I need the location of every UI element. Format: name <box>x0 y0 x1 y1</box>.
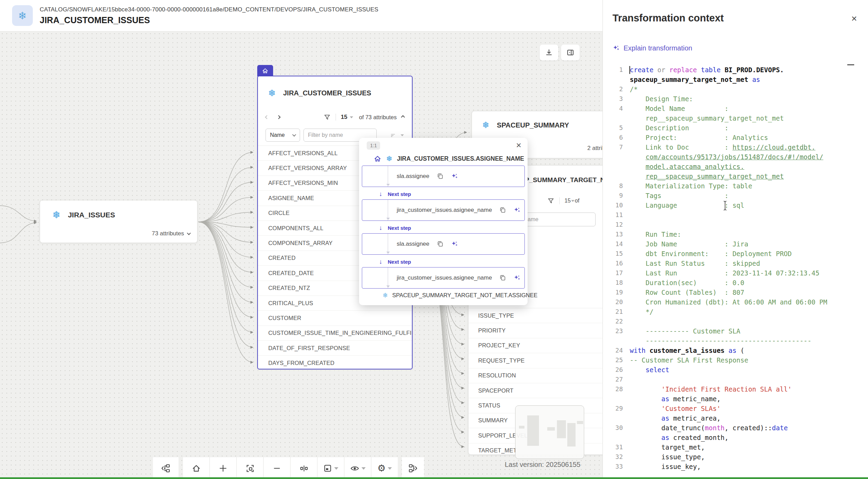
page-size-caret-icon[interactable] <box>571 200 575 202</box>
attribute-row[interactable]: PRIORITY <box>469 323 602 338</box>
attribute-row[interactable]: RESOLUTION <box>469 368 602 383</box>
layout-icon <box>323 464 332 473</box>
code-line: spaceup_summary_target_not_met as <box>607 75 867 84</box>
settings-button[interactable]: ⚙ <box>372 457 398 479</box>
filter-funnel-icon[interactable] <box>324 114 331 121</box>
snowflake-source-icon: ❄ <box>12 5 33 26</box>
lineage-step[interactable]: sla.assignee <box>362 166 525 187</box>
breadcrumb[interactable]: CATALOG/SNOWFLAKE/15bbce34-0000-7000-000… <box>40 6 378 13</box>
expand-right-lineage-button[interactable] <box>402 457 424 479</box>
copy-icon[interactable] <box>436 172 444 180</box>
copy-icon[interactable] <box>499 274 507 282</box>
line-number <box>607 394 623 404</box>
code-text: -- Customer SLA First Response <box>630 355 748 365</box>
line-number: 31 <box>607 442 623 452</box>
attribute-row[interactable]: REQUEST_TYPE <box>469 353 602 368</box>
expand-left-lineage-button[interactable] <box>153 457 179 479</box>
collapse-attributes-icon[interactable] <box>401 115 405 119</box>
code-text: with customer_sla_issues as ( <box>630 346 744 355</box>
line-number: 3 <box>607 94 623 104</box>
download-button[interactable] <box>540 45 558 60</box>
line-number: 2 <box>607 84 623 94</box>
home-button[interactable] <box>183 457 209 479</box>
attribute-row[interactable]: DAYS_FROM_CREATED <box>258 356 412 370</box>
attribute-row[interactable]: CUSTOMER <box>258 311 412 326</box>
line-number: 21 <box>607 307 623 317</box>
node-jira-issues[interactable]: ❄ JIRA_ISSUES 73 attributes <box>40 200 197 243</box>
prev-page-icon[interactable] <box>265 115 269 119</box>
line-number: 20 <box>607 297 623 307</box>
attribute-row[interactable]: PROJECT_KEY <box>469 338 602 353</box>
next-step-row: ↓Next step <box>379 190 411 198</box>
next-page-icon[interactable] <box>277 115 280 119</box>
distribute-button[interactable] <box>291 457 317 479</box>
code-line: 20 Cron Humanized (dbt): At 06:00 AM and… <box>607 297 867 307</box>
code-text: select <box>630 365 669 375</box>
copy-icon[interactable] <box>499 206 507 214</box>
sort-caret-icon[interactable] <box>401 134 404 136</box>
page-size-caret-icon[interactable] <box>350 116 353 118</box>
chevron-down-icon <box>187 231 191 235</box>
lineage-step[interactable]: jira_customer_issues.asignee_name <box>362 267 525 289</box>
line-number: 32 <box>607 452 623 462</box>
sparkle-icon[interactable] <box>451 172 459 180</box>
next-step-label: Next step <box>388 191 411 197</box>
attribute-row[interactable]: SPACEPORT <box>469 383 602 398</box>
lineage-step[interactable]: sla.assignee <box>362 233 525 255</box>
snowflake-icon: ❄ <box>268 88 276 98</box>
sparkle-icon[interactable] <box>513 206 521 214</box>
code-text: Last Run Status : skipped <box>630 259 760 268</box>
snowflake-icon: ❄ <box>482 120 489 130</box>
layout-button[interactable] <box>318 457 344 479</box>
sparkle-icon[interactable] <box>451 240 459 248</box>
lineage-step[interactable]: jira_customer_issues.asignee_name <box>362 199 525 221</box>
code-text: Link to Doc : https://cloud.getdbt. <box>630 142 816 152</box>
code-line: 24with customer_sla_issues as ( <box>607 346 867 355</box>
app-window: ❄ CATALOG/SNOWFLAKE/15bbce34-0000-7000-0… <box>0 0 868 479</box>
filter-field-select[interactable]: Name <box>266 129 300 142</box>
attribute-count-label: 73 attributes <box>152 230 184 237</box>
fit-to-screen-button[interactable] <box>237 457 263 479</box>
node-title: JIRA_ISSUES <box>68 211 115 219</box>
code-text: rep__spaceup_summary_target_not_met <box>630 113 784 123</box>
code-line: as created_month, <box>607 433 867 442</box>
line-number <box>607 336 623 346</box>
close-icon[interactable]: × <box>516 140 521 151</box>
canvas-actions <box>540 45 580 60</box>
code-text: ----------------------------------------… <box>630 336 811 346</box>
code-line: 1create or replace table BI_PROD.DEVOPS. <box>607 65 867 75</box>
code-line: 29 'Customer SLAs' <box>607 404 867 413</box>
explain-transformation-button[interactable]: Explain transformation <box>613 44 692 52</box>
line-number <box>607 113 623 123</box>
lineage-canvas[interactable]: ❄ JIRA_ISSUES 73 attributes ❄ JIRA_CUSTO… <box>0 31 602 479</box>
expand-left-lineage-icon <box>161 463 171 473</box>
video-progress-bar <box>0 477 868 479</box>
page-size-value[interactable]: 15 <box>341 114 347 121</box>
settings-icon: ⚙ <box>377 464 386 473</box>
code-line: 10 Language : sql <box>607 200 867 210</box>
minimap[interactable] <box>515 405 584 459</box>
zoom-out-button[interactable] <box>264 457 290 479</box>
side-panel-toggle-button[interactable] <box>561 45 580 60</box>
focus-node-tab[interactable] <box>257 65 273 76</box>
sql-code-editor[interactable]: 1create or replace table BI_PROD.DEVOPS.… <box>607 65 867 479</box>
close-icon[interactable]: × <box>851 13 857 24</box>
attribute-row[interactable]: ISSUE_TYPE <box>469 308 602 323</box>
sparkle-icon[interactable] <box>513 274 521 282</box>
zoom-in-button[interactable] <box>210 457 236 479</box>
node-header: ❄ SPACEUP_SUMMARY <box>472 111 602 130</box>
line-number: 25 <box>607 355 623 365</box>
attribute-row[interactable]: DATE_OF_FIRST_RESPONSE <box>258 341 412 356</box>
attributes-expander[interactable]: 73 attributes <box>152 230 190 237</box>
attribute-count-label: 2 attributes <box>587 145 602 152</box>
visibility-button[interactable] <box>345 457 371 479</box>
copy-icon[interactable] <box>436 240 444 248</box>
code-text: dbt Environment: : Deployment PROD <box>630 249 792 259</box>
page-size-value[interactable]: 15 <box>565 198 571 204</box>
filter-funnel-icon[interactable] <box>547 197 554 205</box>
node-header: ❄ JIRA_CUSTOMER_ISSUES <box>258 76 412 110</box>
attribute-row[interactable]: CUSTOMER_ISSUE_TIME_IN_ENGINEERING_FULFI… <box>258 326 412 341</box>
sort-icon[interactable] <box>390 132 397 139</box>
canvas-toolbar: ⚙ <box>0 457 602 479</box>
code-text: Last Run : 2023-11-14 07:32:13.45 <box>630 268 819 278</box>
